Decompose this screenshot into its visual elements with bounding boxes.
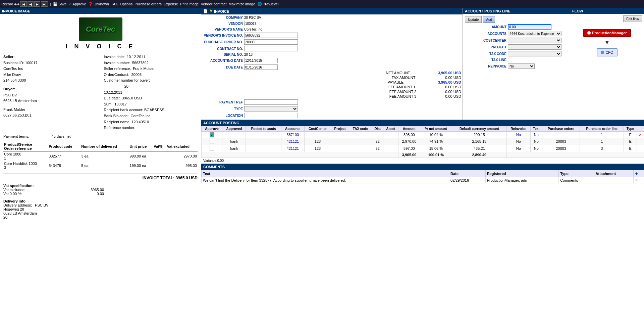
reinvoice-no-1[interactable]: No (506, 132, 530, 138)
nav-prev[interactable]: ◀ (28, 1, 34, 7)
account-posting-table-container: Approve Approved Posted to accts Account… (201, 126, 644, 158)
tax-line-row: TAX LINE (465, 57, 568, 63)
company-row: COMPANY 20 PSC BV (201, 15, 463, 20)
vendor-row: VENDOR (201, 20, 463, 27)
approve-button[interactable]: ✔ Approve (69, 2, 86, 6)
update-button[interactable]: Update (465, 16, 482, 23)
delete-row-1[interactable]: ✕ (639, 133, 642, 137)
account-posting-table-header: ACCOUNT POSTING (201, 120, 644, 126)
approve-checkbox-2[interactable] (210, 139, 214, 143)
payment-ref-input[interactable] (244, 99, 298, 105)
delivery-info: Delivery info Delivery address: PSC BV H… (3, 199, 198, 219)
tax-code-select[interactable] (508, 51, 561, 56)
invoice-icon: 📄 (203, 9, 208, 13)
invoice-form: COMPANY 20 PSC BV VENDOR VENDOR'S NAME C… (201, 14, 463, 120)
type-row: TYPE (201, 105, 463, 112)
comments-table: Text Date Registered Type Attachment + W… (201, 170, 644, 183)
amount-input[interactable] (508, 24, 551, 30)
unknown-icon: ❓ (88, 2, 93, 6)
accounting-date-input[interactable] (244, 58, 278, 63)
type-select[interactable] (244, 106, 298, 111)
payment-ref-row: PAYMENT REF (201, 99, 463, 105)
tax-amount-row: TAX AMOUNT 0.00 USD (201, 75, 463, 80)
accounts-link-2[interactable]: 421121 (281, 138, 305, 145)
due-date-row: DUE DATE (201, 64, 463, 71)
invoice-section-header: 📄 ⚑ INVOICE (201, 8, 463, 14)
products-table: Product/ServiceOrder reference Product c… (3, 142, 198, 170)
vendor-invoice-row: VENDOR'S INVOICE NO. (201, 32, 463, 39)
project-row: PROJECT (465, 44, 568, 50)
due-date-input[interactable] (244, 64, 278, 70)
net-amount-row: NET AMOUNT 3,965.00 USD (201, 71, 463, 75)
add-button[interactable]: Add (483, 16, 495, 23)
print-image-button[interactable]: Print image (180, 2, 199, 6)
accounts-link-3[interactable]: 421121 (281, 145, 305, 152)
costcenter-row: COSTCENTER (465, 37, 568, 44)
edit-flow-button[interactable]: Edit flow (623, 15, 642, 22)
invoice-image-panel: INVOICE IMAGE CoreTec I N V O I C E Sell… (0, 8, 201, 314)
approve-checkbox-3[interactable] (210, 146, 214, 150)
purchase-order-row: PURCHASE ORDER NO. (201, 39, 463, 45)
nav-last[interactable]: ▶| (41, 1, 48, 7)
approve-checkbox-1[interactable]: ✔ (210, 132, 214, 137)
right-panel: 📄 ⚑ INVOICE COMPANY 20 PSC BV VENDOR VEN… (201, 8, 644, 314)
invoice-title: I N V O I C E (3, 43, 198, 50)
options-button[interactable]: Options (120, 2, 132, 6)
product-row-2: Core Harddisk 10003 543478 5 ea 199.00 e… (3, 161, 198, 170)
fee2-row: FEE AMOUNT 2 0.00 USD (201, 89, 463, 94)
prev-level-button[interactable]: 🌐 Prev.level (257, 2, 278, 6)
delete-comment-1[interactable]: ✕ (635, 178, 638, 182)
reinvoice-row: REINVOICE No (465, 63, 568, 70)
tax-button[interactable]: TAX (111, 2, 118, 6)
fee3-row: FEE AMOUNT 3 0.00 USD (201, 94, 463, 99)
table-row: ✔ 387100 398.00 10.04 % 290.15 (202, 132, 644, 138)
fee1-row: FEE AMOUNT 1 0.00 USD (201, 85, 463, 89)
tax-code-row: TAX CODE (465, 50, 568, 57)
pm-circle-icon (587, 31, 591, 35)
variance-row: Variance:0.00 (201, 158, 644, 164)
contract-input[interactable] (244, 46, 298, 51)
location-input[interactable] (244, 113, 298, 118)
flow-section: FLOW Edit flow ProductionManager ▼ (570, 8, 644, 120)
maximize-button[interactable]: Maximize image (229, 2, 255, 6)
vendor-input[interactable] (244, 21, 271, 26)
production-manager-node[interactable]: ProductionManager (572, 29, 642, 37)
vendor-contract-button[interactable]: Vendor contract (201, 2, 226, 6)
vat-spec: Vat specification: Vat excluded: 3965.00… (3, 184, 198, 196)
save-button[interactable]: 💾 Save (53, 2, 67, 6)
account-posting-line-form: Update Add AMOUNT ACCOUNTS 4444 Kostnads… (463, 14, 570, 71)
vendor-invoice-input[interactable] (244, 33, 298, 38)
project-select[interactable] (508, 44, 561, 50)
flow-header: FLOW (570, 8, 644, 14)
cfo-node[interactable]: CFO (572, 48, 642, 56)
top-right: 📄 ⚑ INVOICE COMPANY 20 PSC BV VENDOR VEN… (201, 8, 644, 120)
buttons-row: Update Add (465, 15, 568, 24)
nav-first[interactable]: |◀ (20, 1, 27, 7)
expense-button[interactable]: Expense (164, 2, 178, 6)
accounts-link-1[interactable]: 387100 (281, 132, 305, 138)
comments-header: COMMENTS (201, 164, 644, 170)
nav-next[interactable]: ▶ (34, 1, 40, 7)
comment-row: We can't find the Delivery for Item 3325… (202, 177, 644, 183)
cfo-circle-icon (601, 51, 604, 54)
tax-line-checkbox[interactable] (508, 58, 512, 62)
purchase-orders-button[interactable]: Purchase orders (135, 2, 162, 6)
accounts-select[interactable]: 4444 Kostnadskonto Expense (508, 31, 561, 36)
add-comment-button[interactable]: + (635, 171, 638, 176)
purchase-order-input[interactable] (244, 39, 298, 45)
invoice-info: Seller: Business ID: 100017 CoreTec Inc … (3, 54, 198, 131)
account-posting-line-section: ACCOUNT POSTING LINE Update Add AMOUNT A… (463, 8, 570, 120)
invoice-details: Invoice date: 10.12.2011 Invoice number:… (104, 54, 198, 131)
invoice-section: 📄 ⚑ INVOICE COMPANY 20 PSC BV VENDOR VEN… (201, 8, 463, 120)
reinvoice-select[interactable]: No (508, 63, 535, 69)
record-label: Record 4/4 (1, 2, 19, 6)
toolbar: Record 4/4 |◀ ◀ ▶ ▶| | 💾 Save ✔ Approve … (0, 0, 644, 8)
contract-row: CONTRACT NO. (201, 45, 463, 52)
invoice-flag: ⚑ (209, 9, 213, 13)
invoice-content: CoreTec I N V O I C E Seller: Business I… (0, 14, 201, 314)
costcenter-select[interactable] (508, 38, 561, 43)
invoice-image-header: INVOICE IMAGE (0, 8, 201, 14)
account-posting-line-header: ACCOUNT POSTING LINE (463, 8, 570, 14)
unknown-button[interactable]: ❓ Unknown (88, 2, 109, 6)
text-no-1[interactable]: No (530, 132, 542, 138)
